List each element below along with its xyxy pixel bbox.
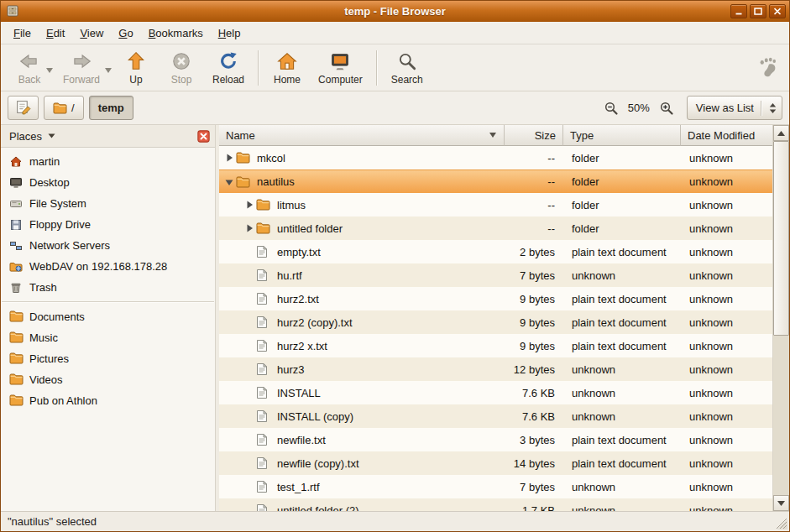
sidebar-item-trash[interactable]: Trash [1,277,215,298]
menu-file[interactable]: File [6,23,39,43]
places-label: Places [9,130,42,143]
sidebar-item-webdav-on-192-168-178-28[interactable]: WebDAV on 192.168.178.28 [1,256,215,277]
sidebar-item-file-system[interactable]: File System [1,193,215,214]
table-row[interactable]: test_1.rtf7 bytesunknownunknown [219,475,772,498]
sidebar-item-pub-on-athlon[interactable]: Pub on Athlon [1,390,215,411]
scroll-up-button[interactable] [773,125,789,141]
scroll-down-button[interactable] [773,495,789,511]
dropdown-arrow-icon[interactable] [105,63,112,76]
sidebar-close-button[interactable] [197,130,210,143]
computer-button[interactable]: Computer [310,48,371,88]
network-icon [8,239,24,253]
expander-icon[interactable] [222,153,236,163]
sidebar-item-label: Network Servers [29,239,110,252]
back-button[interactable]: Back [9,48,55,88]
column-header-type[interactable]: Type [563,125,681,146]
folder-icon [256,222,274,234]
sidebar-item-label: martin [29,155,60,168]
file-name: nautilus [257,175,295,188]
type-cell: folder [563,216,681,240]
table-row[interactable]: newfile (copy).txt14 bytesplain text doc… [219,451,772,475]
maximize-button[interactable] [750,4,766,18]
file-browser-window: temp - File Browser FileEditViewGoBookma… [0,0,790,532]
type-cell: plain text document [563,287,681,310]
menu-go[interactable]: Go [111,23,140,43]
folder-icon [8,394,24,408]
vertical-scrollbar[interactable] [772,125,789,511]
menu-view[interactable]: View [72,23,111,43]
expander-icon[interactable] [243,223,256,233]
column-header-name[interactable]: Name [219,125,505,146]
up-button[interactable]: Up [113,48,159,88]
forward-button[interactable]: Forward [55,48,113,88]
dropdown-arrow-icon[interactable] [46,63,53,76]
folder-icon [8,310,24,324]
sidebar-item-pictures[interactable]: Pictures [1,348,215,369]
view-mode-label: View as List [696,102,754,114]
sidebar-item-floppy-drive[interactable]: Floppy Drive [1,214,215,235]
toolbar-separator [376,50,378,86]
sidebar-item-desktop[interactable]: Desktop [1,172,215,193]
search-button[interactable]: Search [383,48,432,88]
reload-button[interactable]: Reload [204,48,253,88]
edit-location-button[interactable] [8,96,39,120]
table-row[interactable]: hu.rtf7 bytesunknownunknown [219,263,772,287]
zoom-out-button[interactable] [601,98,621,118]
column-header-size[interactable]: Size [505,125,563,146]
menu-bookmarks[interactable]: Bookmarks [141,23,211,43]
size-cell: -- [505,170,563,193]
table-row[interactable]: newfile.txt3 bytesplain text documentunk… [219,428,772,451]
menu-edit[interactable]: Edit [39,23,72,43]
sidebar-item-videos[interactable]: Videos [1,369,215,390]
path-button-current[interactable]: temp [89,96,133,120]
table-row[interactable]: empty.txt2 bytesplain text documentunkno… [219,240,772,263]
table-row[interactable]: hurz2 x.txt9 bytesplain text documentunk… [219,334,772,357]
type-cell: plain text document [563,451,681,475]
table-row[interactable]: litmus--folderunknown [219,193,772,216]
date-cell: unknown [681,310,772,334]
computer-icon [329,50,351,73]
table-row[interactable]: hurz312 bytesunknownunknown [219,357,772,381]
type-cell: unknown [563,475,681,498]
home-button[interactable]: Home [264,48,310,88]
resize-grip[interactable] [776,518,788,530]
close-button[interactable] [769,4,786,18]
name-cell: nautilus [219,170,505,193]
file-name: test_1.rtf [277,481,320,493]
places-dropdown-icon [48,133,55,138]
table-row[interactable]: nautilus--folderunknown [219,170,772,193]
path-button-root[interactable]: / [44,96,84,120]
table-row[interactable]: untitled folder--folderunknown [219,216,772,240]
column-header-date[interactable]: Date Modified [681,125,772,146]
text-file-icon [256,409,274,423]
table-row[interactable]: hurz2.txt9 bytesplain text documentunkno… [219,287,772,310]
stop-button[interactable]: Stop [159,48,204,88]
titlebar[interactable]: temp - File Browser [1,1,789,22]
minimize-button[interactable] [730,4,747,18]
table-row[interactable]: INSTALL (copy)7.6 KBunknownunknown [219,404,772,428]
sidebar-item-network-servers[interactable]: Network Servers [1,235,215,256]
file-name: litmus [277,199,306,211]
webdav-icon [8,260,24,274]
table-row[interactable]: mkcol--folderunknown [219,146,772,170]
sidebar-item-documents[interactable]: Documents [1,306,215,327]
folder-icon [53,102,67,114]
sidebar-item-martin[interactable]: martin [1,151,215,172]
places-selector[interactable]: Places [6,128,59,144]
table-row[interactable]: INSTALL7.6 KBunknownunknown [219,381,772,404]
sidebar-item-music[interactable]: Music [1,327,215,348]
scrollbar-track[interactable] [773,141,789,495]
path-root-label: / [71,102,75,114]
table-row[interactable]: untitled folder (2)1.7 KBunknownunknown [219,498,772,511]
file-name: newfile (copy).txt [277,457,359,470]
window-menu-icon[interactable] [6,4,20,18]
name-cell: untitled folder [219,216,505,240]
table-row[interactable]: hurz2 (copy).txt9 bytesplain text docume… [219,310,772,334]
expander-icon[interactable] [222,177,236,187]
expander-icon[interactable] [243,200,256,210]
view-selector[interactable]: View as List [687,96,782,120]
menu-help[interactable]: Help [211,23,249,43]
status-bar: "nautilus" selected [1,511,789,531]
scrollbar-thumb[interactable] [773,141,789,336]
zoom-in-button[interactable] [657,98,677,118]
